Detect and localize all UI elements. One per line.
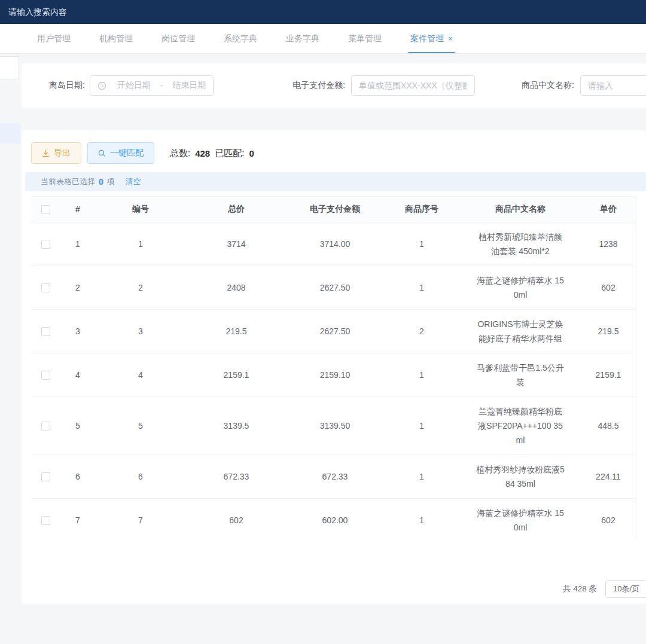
tab-1[interactable]: 用户管理 xyxy=(23,24,85,53)
page-size-value: 10条/页 xyxy=(613,584,639,594)
clear-selection-link[interactable]: 清空 xyxy=(126,176,141,187)
tab-6[interactable]: 菜单管理 xyxy=(334,24,396,53)
tab-5[interactable]: 业务字典 xyxy=(272,24,334,53)
selection-count: 0 xyxy=(99,177,103,187)
column-header: 电子支付金额 xyxy=(287,204,383,215)
row-checkbox[interactable] xyxy=(41,516,50,525)
export-button[interactable]: 导出 xyxy=(31,142,81,164)
column-header: 单价 xyxy=(580,204,636,215)
table-row[interactable]: 3 3 219.5 2627.50 2 ORIGINS韦博士灵芝焕能好底子精华水… xyxy=(31,310,636,353)
payment-filter-label: 电子支付金额: xyxy=(292,80,345,91)
export-button-label: 导出 xyxy=(54,148,71,158)
cell-code: 3 xyxy=(96,326,185,336)
table-header-row: #编号总价电子支付金额商品序号商品中文名称单价 xyxy=(31,196,636,222)
date-range-separator: - xyxy=(158,81,166,90)
row-checkbox[interactable] xyxy=(41,327,50,336)
cell-product-name: ORIGINS韦博士灵芝焕能好底子精华水两件组 xyxy=(461,310,580,353)
table-row[interactable]: 4 4 2159.1 2159.10 1 马爹利蓝带干邑1.5公升装 2159.… xyxy=(31,353,636,397)
cell-unit-price: 224.11 xyxy=(580,472,636,481)
case-table-panel: 导出 一键匹配 总数:428 已匹配:0 当前表格已选择 0 项 清空 xyxy=(22,130,646,604)
cell-product-seq: 2 xyxy=(383,326,461,336)
cell-code: 6 xyxy=(96,472,185,481)
payment-amount-input[interactable] xyxy=(351,75,475,96)
close-tab-icon[interactable]: × xyxy=(448,35,453,42)
row-checkbox[interactable] xyxy=(41,422,50,431)
table-row[interactable]: 1 1 3714 3714.00 1 植村秀新琥珀臻萃洁颜油套装 450ml*2… xyxy=(31,222,636,266)
cell-epayment-amount: 2627.50 xyxy=(287,283,383,292)
cell-code: 2 xyxy=(96,283,185,292)
page-size-select[interactable]: 10条/页 xyxy=(605,580,646,598)
start-date-placeholder[interactable]: 开始日期 xyxy=(110,80,158,91)
table-row[interactable]: 5 5 3139.5 3139.50 1 兰蔻菁纯臻颜精华粉底液SPF20PA+… xyxy=(31,397,636,455)
row-checkbox[interactable] xyxy=(41,472,50,481)
column-header: 商品序号 xyxy=(383,204,461,215)
end-date-placeholder[interactable]: 结束日期 xyxy=(165,80,213,91)
tab-7[interactable]: 案件管理 × xyxy=(396,24,467,53)
cell-epayment-amount: 672.33 xyxy=(287,472,383,481)
date-range-picker[interactable]: 开始日期 - 结束日期 xyxy=(90,75,214,96)
cell-index: 2 xyxy=(60,283,96,292)
selection-prefix: 当前表格已选择 xyxy=(41,176,95,187)
select-all-checkbox[interactable] xyxy=(41,205,50,214)
cell-product-name: 植村秀羽纱持妆粉底液584 35ml xyxy=(461,455,580,498)
tab-label: 业务字典 xyxy=(286,33,319,44)
search-icon xyxy=(98,149,106,157)
cell-index: 7 xyxy=(60,515,96,525)
pagination-total: 共 428 条 xyxy=(563,584,597,594)
cell-unit-price: 219.5 xyxy=(580,326,636,336)
filter-panel: 离岛日期: 开始日期 - 结束日期 电子支付金额: 商品中文名称: xyxy=(22,63,646,108)
cell-code: 5 xyxy=(96,421,185,431)
tab-label: 用户管理 xyxy=(37,33,71,44)
table-row[interactable]: 2 2 2408 2627.50 1 海蓝之谜修护精萃水 150ml 602 xyxy=(31,266,636,310)
toolbar: 导出 一键匹配 总数:428 已匹配:0 xyxy=(31,142,254,164)
tab-label: 菜单管理 xyxy=(348,33,382,44)
cell-unit-price: 2159.1 xyxy=(580,370,636,380)
cell-unit-price: 1238 xyxy=(580,239,636,249)
cell-total-price: 602 xyxy=(185,515,287,525)
cell-total-price: 3714 xyxy=(185,239,287,249)
table-row[interactable]: 6 6 672.33 672.33 1 植村秀羽纱持妆粉底液584 35ml 2… xyxy=(31,455,636,499)
table-body: 1 1 3714 3714.00 1 植村秀新琥珀臻萃洁颜油套装 450ml*2… xyxy=(31,222,636,539)
column-header: 总价 xyxy=(185,204,287,215)
tab-3[interactable]: 岗位管理 xyxy=(147,24,209,53)
cell-code: 7 xyxy=(96,515,185,525)
tab-label: 岗位管理 xyxy=(162,33,195,44)
table-row[interactable]: 7 7 602 602.00 1 海蓝之谜修护精萃水 150ml 602 xyxy=(31,499,636,539)
cell-product-seq: 1 xyxy=(383,239,461,249)
tab-label: 系统字典 xyxy=(224,33,257,44)
cell-total-price: 219.5 xyxy=(185,326,287,336)
tab-label: 案件管理 xyxy=(410,33,444,44)
product-name-input[interactable] xyxy=(580,75,646,96)
clock-icon xyxy=(97,81,106,90)
column-header: # xyxy=(60,205,96,214)
download-icon xyxy=(42,149,50,157)
cell-product-seq: 1 xyxy=(383,515,461,525)
tab-bar: 用户管理 机构管理 岗位管理 系统字典 业务字典 菜单管理 案件管理 × xyxy=(0,24,646,54)
tab-2[interactable]: 机构管理 xyxy=(85,24,147,53)
cell-product-name: 兰蔻菁纯臻颜精华粉底液SPF20PA+++100 35ml xyxy=(461,397,580,454)
product-name-filter-label: 商品中文名称: xyxy=(522,80,574,91)
column-header: 商品中文名称 xyxy=(461,204,580,215)
matched-value: 0 xyxy=(249,148,254,158)
one-click-match-button[interactable]: 一键匹配 xyxy=(87,142,154,164)
global-search-input[interactable] xyxy=(8,7,188,17)
total-value: 428 xyxy=(195,148,210,158)
cell-epayment-amount: 3139.50 xyxy=(287,421,383,431)
row-checkbox[interactable] xyxy=(41,371,50,380)
clipped-highlight-fragment xyxy=(0,123,20,144)
collapsed-panel-fragment xyxy=(0,56,19,80)
cell-code: 1 xyxy=(96,239,185,249)
row-checkbox[interactable] xyxy=(41,240,50,249)
column-header: 编号 xyxy=(96,204,185,215)
date-filter-label: 离岛日期: xyxy=(49,80,85,91)
tab-4[interactable]: 系统字典 xyxy=(209,24,272,53)
cell-total-price: 3139.5 xyxy=(185,421,287,431)
cell-index: 4 xyxy=(60,370,96,380)
top-header-bar xyxy=(0,0,646,24)
pagination: 共 428 条 10条/页 xyxy=(563,580,646,598)
total-label: 总数: xyxy=(170,148,190,159)
row-checkbox[interactable] xyxy=(41,283,50,292)
cell-index: 3 xyxy=(60,326,96,336)
cell-unit-price: 602 xyxy=(580,283,636,292)
selection-info-bar: 当前表格已选择 0 项 清空 xyxy=(25,172,646,191)
